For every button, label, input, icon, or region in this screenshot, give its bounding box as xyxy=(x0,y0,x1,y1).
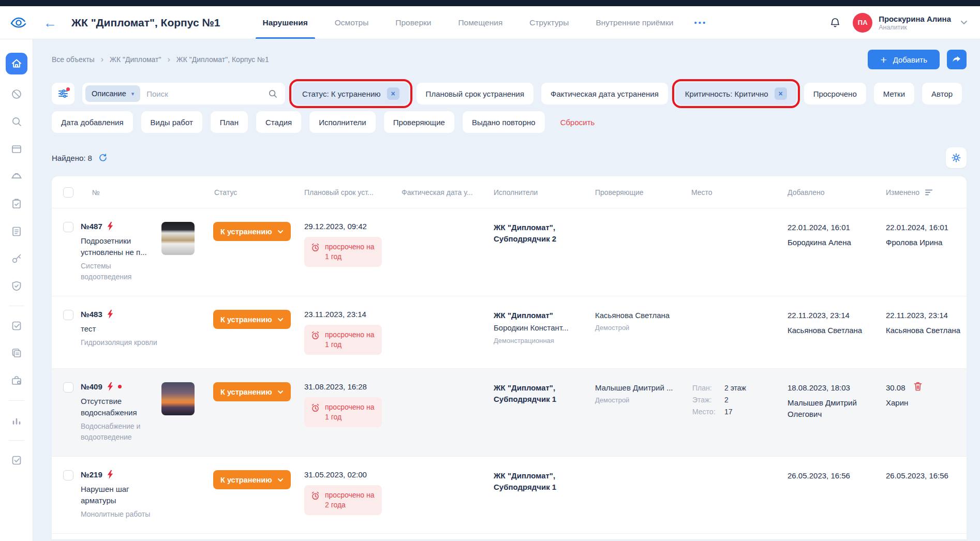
violation-number: №219 xyxy=(81,470,102,479)
sidebar-item-key-icon[interactable] xyxy=(6,251,27,266)
filter-active-dot xyxy=(66,87,70,91)
filter-chip-author[interactable]: Автор xyxy=(922,83,962,104)
tab-checks[interactable]: Проверки xyxy=(382,6,444,39)
tab-structures[interactable]: Структуры xyxy=(516,6,582,39)
add-button[interactable]: + Добавить xyxy=(868,50,940,69)
filter-chip-tags[interactable]: Метки xyxy=(874,83,914,104)
violation-photo[interactable] xyxy=(161,222,195,255)
table-row[interactable]: №219 Нарушен шаг арматуры Монолитные раб… xyxy=(52,457,967,534)
chevron-down-icon xyxy=(277,478,284,482)
col-changed[interactable]: Изменено xyxy=(886,188,919,197)
table-row[interactable]: №409 Отсутствие водоснабжения Водоснабже… xyxy=(52,369,967,457)
filter-chip-work-types[interactable]: Виды работ xyxy=(141,111,202,133)
filter-chip-reviewers[interactable]: Проверяющие xyxy=(384,111,454,133)
alarm-clock-icon xyxy=(310,491,320,501)
violation-category: Гидроизоляция кровли xyxy=(81,337,157,348)
place-plan: 2 этаж xyxy=(724,382,783,394)
breadcrumb-building[interactable]: ЖК "Дипломат", Корпус №1 xyxy=(176,55,269,64)
sort-icon[interactable] xyxy=(925,189,933,196)
sidebar-item-task-check-icon[interactable] xyxy=(6,318,27,334)
sidebar-item-bar-chart-icon[interactable] xyxy=(6,413,27,428)
changed-date: 22.01.2024, 16:01 xyxy=(886,222,967,233)
col-num[interactable]: № xyxy=(77,188,157,197)
filter-chip-planned-date[interactable]: Плановый срок устранения xyxy=(417,83,534,104)
notifications-bell-icon[interactable] xyxy=(829,17,841,29)
delete-trash-icon[interactable] xyxy=(913,382,923,392)
filter-chip-executors[interactable]: Исполнители xyxy=(309,111,376,133)
breadcrumb-complex[interactable]: ЖК "Дипломат" xyxy=(110,55,161,64)
chevron-down-icon xyxy=(277,318,284,322)
back-arrow-icon[interactable]: ← xyxy=(42,16,58,29)
status-dropdown[interactable]: К устранению xyxy=(213,310,291,329)
added-date: 22.11.2023, 23:14 xyxy=(788,310,882,321)
reviewer-note: Демострой xyxy=(595,395,687,405)
user-menu[interactable]: ПА Проскурина Алина Аналитик xyxy=(853,13,968,33)
filter-chip-status[interactable]: Статус: К устранению × xyxy=(293,83,409,104)
sidebar-item-card-icon[interactable] xyxy=(6,141,27,157)
violation-title: Подрозетники устновлены не п... xyxy=(81,235,157,258)
filter-chip-overdue[interactable]: Просрочено xyxy=(804,83,866,104)
sidebar-item-clipboard-list-icon[interactable] xyxy=(6,223,27,239)
more-tabs-icon[interactable]: ••• xyxy=(687,6,714,39)
select-all-checkbox[interactable] xyxy=(63,187,73,198)
search-field-selector[interactable]: Описание ▾ xyxy=(85,85,140,102)
sidebar-item-task-check-2-icon[interactable] xyxy=(6,453,27,468)
violation-photo[interactable] xyxy=(161,382,195,415)
col-reviewers[interactable]: Проверяющие xyxy=(591,188,687,197)
user-name: Проскурина Алина xyxy=(879,14,951,24)
status-dropdown[interactable]: К устранению xyxy=(213,470,291,489)
row-checkbox[interactable] xyxy=(63,310,73,320)
alarm-clock-icon xyxy=(310,330,320,340)
filter-chip-stage[interactable]: Стадия xyxy=(256,111,301,133)
col-executors[interactable]: Исполнители xyxy=(489,188,591,197)
sidebar xyxy=(0,39,33,541)
sidebar-item-shield-check-icon[interactable] xyxy=(6,278,27,294)
filter-chip-reissued[interactable]: Выдано повторно xyxy=(463,111,545,133)
filter-chip-plan[interactable]: План xyxy=(211,111,248,133)
changed-date: 30.08 xyxy=(886,382,905,394)
search-input[interactable] xyxy=(146,89,261,98)
sidebar-item-search-icon[interactable] xyxy=(6,114,27,129)
breadcrumb-all-objects[interactable]: Все объекты xyxy=(52,55,95,64)
share-button[interactable] xyxy=(947,50,967,69)
filter-chip-date-added[interactable]: Дата добавления xyxy=(52,111,133,133)
status-dropdown[interactable]: К устранению xyxy=(213,382,291,401)
col-planned[interactable]: Плановый срок уст... xyxy=(300,188,397,197)
row-checkbox[interactable] xyxy=(63,222,73,232)
sidebar-item-forbidden-icon[interactable] xyxy=(6,86,27,102)
col-place[interactable]: Место xyxy=(687,188,783,197)
executor-person: Бородкин Констант... xyxy=(494,322,591,334)
sidebar-item-briefcase-user-icon[interactable] xyxy=(6,373,27,388)
filter-chip-criticality[interactable]: Критичность: Критично × xyxy=(676,83,796,104)
col-actual[interactable]: Фактическая дата у... xyxy=(397,188,489,197)
col-status[interactable]: Статус xyxy=(209,188,300,197)
col-added[interactable]: Добавлено xyxy=(783,188,882,197)
table-header-row: № Статус Плановый срок уст... Фактическа… xyxy=(52,176,967,208)
table-row[interactable]: №483 тест Гидроизоляция кровли К устране… xyxy=(52,296,967,369)
tab-premises[interactable]: Помещения xyxy=(444,6,516,39)
sidebar-item-helmet-icon[interactable] xyxy=(6,169,27,184)
added-by: Касьянова Светлана xyxy=(788,325,882,336)
tab-internal-acceptance[interactable]: Внутренние приёмки xyxy=(582,6,687,39)
sidebar-item-copies-icon[interactable] xyxy=(6,345,27,361)
status-dropdown[interactable]: К устранению xyxy=(213,222,291,241)
sidebar-item-clipboard-check-icon[interactable] xyxy=(6,196,27,212)
tab-violations[interactable]: Нарушения xyxy=(249,6,321,39)
table-settings-button[interactable] xyxy=(946,147,967,168)
overdue-badge: просрочено на 1 год xyxy=(304,397,382,427)
filter-settings-button[interactable] xyxy=(52,83,75,104)
table-row[interactable]: №487 Подрозетники устновлены не п... Сис… xyxy=(52,208,967,296)
app-logo-eye-icon[interactable] xyxy=(8,16,29,29)
sidebar-item-home[interactable] xyxy=(6,53,27,74)
app-header: ← ЖК "Дипломат", Корпус №1 Нарушения Осм… xyxy=(0,6,980,39)
tab-inspections[interactable]: Осмотры xyxy=(321,6,382,39)
row-checkbox[interactable] xyxy=(63,382,73,393)
filter-chip-actual-date[interactable]: Фактическая дата устранения xyxy=(541,83,668,104)
close-icon[interactable]: × xyxy=(387,87,399,100)
violation-category: Монолитные работы xyxy=(81,509,157,520)
row-checkbox[interactable] xyxy=(63,470,73,480)
violation-number: №483 xyxy=(81,310,102,319)
refresh-icon[interactable] xyxy=(98,153,108,162)
reset-filters-link[interactable]: Сбросить xyxy=(560,118,595,127)
close-icon[interactable]: × xyxy=(775,87,787,100)
